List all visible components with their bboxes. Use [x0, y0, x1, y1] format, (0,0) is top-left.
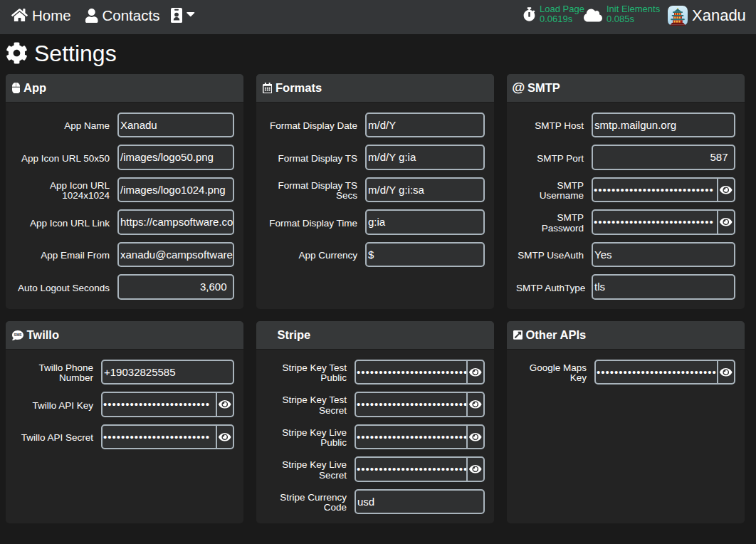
svg-text:SMS: SMS: [14, 333, 22, 337]
